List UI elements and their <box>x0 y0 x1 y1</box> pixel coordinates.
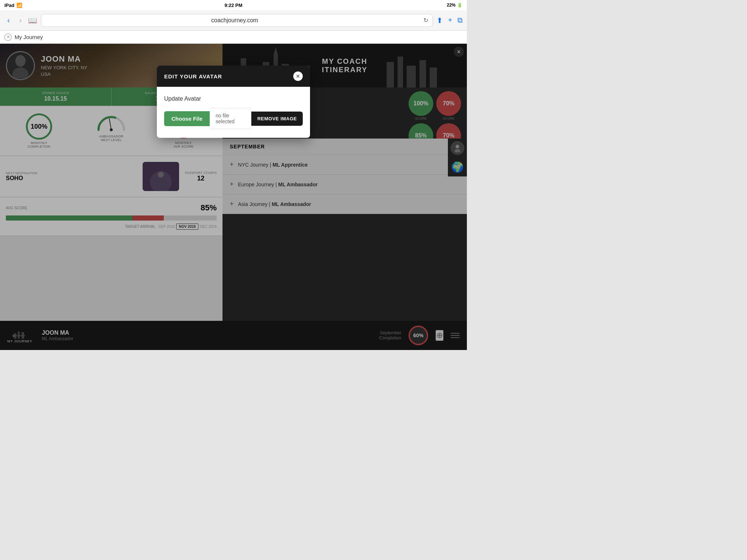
url-text: coachjourney.com <box>46 17 423 24</box>
modal-overlay: EDIT YOUR AVATAR ✕ Update Avatar Choose … <box>0 44 467 350</box>
remove-image-button[interactable]: REMOVE IMAGE <box>251 112 303 126</box>
browser-actions: ⬆ + ⧉ <box>437 16 462 25</box>
tab-bar: ✕ My Journey <box>0 31 467 44</box>
choose-file-button[interactable]: Choose File <box>164 111 210 126</box>
share-button[interactable]: ⬆ <box>437 16 443 25</box>
bookmarks-button[interactable]: 📖 <box>28 16 37 25</box>
close-tab-button[interactable]: ✕ <box>4 34 12 41</box>
forward-button[interactable]: › <box>16 15 25 26</box>
update-label: Update Avatar <box>164 96 303 102</box>
status-right: 22% 🔋 <box>447 3 462 8</box>
battery-label: 22% <box>447 3 456 8</box>
file-row: Choose File no file selected REMOVE IMAG… <box>164 108 303 129</box>
modal-header: EDIT YOUR AVATAR ✕ <box>157 66 310 87</box>
wifi-icon: 📶 <box>16 3 22 8</box>
back-button[interactable]: ‹ <box>4 15 13 26</box>
modal-close-button[interactable]: ✕ <box>293 71 303 81</box>
status-bar: iPad 📶 9:22 PM 22% 🔋 <box>0 0 467 10</box>
tab-title: My Journey <box>15 34 43 40</box>
add-tab-button[interactable]: + <box>448 16 452 24</box>
file-name-display: no file selected <box>210 108 251 129</box>
modal-title: EDIT YOUR AVATAR <box>164 73 222 79</box>
tabs-button[interactable]: ⧉ <box>457 16 462 24</box>
battery-icon: 🔋 <box>457 3 462 8</box>
edit-avatar-modal: EDIT YOUR AVATAR ✕ Update Avatar Choose … <box>157 66 310 138</box>
device-label: iPad <box>4 3 14 8</box>
modal-body: Update Avatar Choose File no file select… <box>157 87 310 138</box>
modal-close-icon: ✕ <box>296 73 300 79</box>
browser-bar: ‹ › 📖 coachjourney.com ↻ ⬆ + ⧉ <box>0 10 467 31</box>
url-bar[interactable]: coachjourney.com ↻ <box>41 14 433 27</box>
reload-button[interactable]: ↻ <box>423 17 428 24</box>
remove-image-label: REMOVE IMAGE <box>257 116 297 121</box>
status-left: iPad 📶 <box>4 3 22 8</box>
status-time: 9:22 PM <box>224 3 242 8</box>
main-content: JOON MA NEW YORK CITY, NY USA JOINED COA… <box>0 44 467 350</box>
choose-file-label: Choose File <box>171 116 202 122</box>
